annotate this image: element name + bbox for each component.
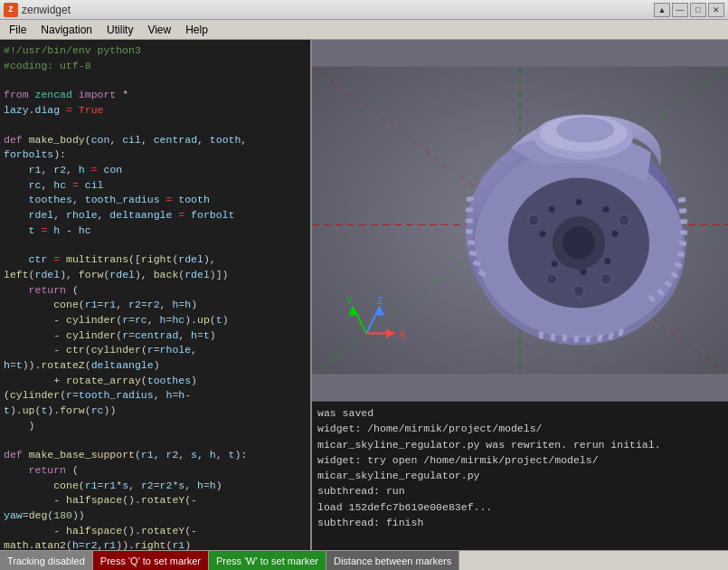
- menu-utility[interactable]: Utility: [99, 22, 140, 38]
- svg-rect-35: [585, 335, 591, 343]
- code-line: rdel, rhole, deltaangle = forbolt: [4, 208, 308, 223]
- 3d-viewport[interactable]: Y Z X: [312, 40, 728, 401]
- main-content: #!/usr/bin/env python3 #coding: utf-8 fr…: [0, 40, 728, 550]
- menu-navigation[interactable]: Navigation: [33, 22, 99, 38]
- code-line: [4, 119, 308, 133]
- menu-bar: File Navigation Utility View Help: [0, 20, 728, 40]
- svg-rect-26: [466, 229, 473, 234]
- code-line: #coding: utf-8: [4, 59, 308, 74]
- svg-point-41: [546, 274, 557, 285]
- svg-point-49: [602, 206, 610, 214]
- title-bar: Z zenwidget ▲ — □ ✕: [0, 0, 728, 20]
- code-line: - halfspace().rotateY(-: [4, 524, 308, 539]
- code-line: forbolts):: [4, 147, 308, 163]
- svg-rect-16: [679, 241, 687, 246]
- code-panel: #!/usr/bin/env python3 #coding: utf-8 fr…: [0, 40, 312, 550]
- svg-text:Y: Y: [346, 295, 354, 306]
- code-line: [4, 73, 308, 88]
- code-line: return (: [4, 463, 308, 479]
- svg-rect-36: [597, 334, 602, 342]
- svg-rect-24: [466, 207, 473, 213]
- svg-rect-15: [680, 230, 687, 235]
- maximize-button[interactable]: □: [690, 3, 706, 17]
- console-line: subthread: finish: [317, 515, 723, 530]
- svg-point-47: [548, 206, 555, 214]
- svg-rect-34: [574, 335, 580, 342]
- console-line: widget: /home/mirmik/project/models/: [317, 421, 723, 436]
- svg-rect-31: [539, 332, 544, 339]
- title-left: Z zenwidget: [4, 3, 71, 17]
- code-line: cone(r1=r1, r2=r2, h=h): [4, 298, 308, 313]
- menu-help[interactable]: Help: [178, 22, 215, 38]
- svg-rect-27: [468, 240, 476, 245]
- console-line: load 152defc7b619e00e83ef...: [317, 499, 723, 515]
- status-bar: Tracking disabled Press 'Q' to set marke…: [0, 550, 728, 570]
- svg-rect-23: [467, 196, 475, 202]
- svg-point-52: [580, 269, 587, 276]
- console-line: micar_skyline_regulator.py: [317, 468, 723, 483]
- code-line: t = h - hc: [4, 223, 308, 239]
- code-line: - ctr(cylinder(r=rhole,: [4, 343, 308, 358]
- code-line: toothes, tooth_radius = tooth: [4, 193, 308, 208]
- status-marker-w[interactable]: Press 'W' to set marker: [209, 551, 326, 570]
- svg-rect-12: [678, 197, 686, 203]
- status-tracking: Tracking disabled: [0, 551, 93, 570]
- svg-point-53: [551, 261, 558, 268]
- svg-text:X: X: [399, 328, 406, 339]
- code-line: h=t)).rotateZ(deltaangle): [4, 358, 308, 374]
- svg-point-40: [619, 215, 629, 226]
- title-up-button[interactable]: ▲: [654, 3, 670, 17]
- menu-file[interactable]: File: [2, 22, 33, 38]
- code-line: - cylinder(r=centrad, h=t): [4, 328, 308, 344]
- svg-rect-13: [679, 208, 686, 214]
- code-line: t).up(t).forw(rc)): [4, 404, 308, 419]
- title-buttons: ▲ — □ ✕: [654, 3, 724, 17]
- title-text: zenwidget: [22, 4, 71, 16]
- svg-point-46: [539, 231, 546, 238]
- svg-rect-25: [466, 219, 473, 223]
- svg-point-42: [600, 274, 611, 285]
- svg-point-11: [556, 118, 614, 143]
- app-icon: Z: [4, 3, 18, 17]
- svg-rect-33: [563, 334, 568, 341]
- code-line: - cylinder(r=rc, h=hc).up(t): [4, 313, 308, 328]
- code-line: def make_base_support(r1, r2, s, h, t):: [4, 448, 308, 463]
- code-line: math.atan2(h=r2,r1)).right(r1): [4, 538, 308, 550]
- console-line: was saved: [317, 405, 723, 421]
- code-line: [4, 433, 308, 448]
- svg-point-45: [563, 227, 595, 260]
- code-line: + rotate_array(toothes): [4, 374, 308, 389]
- svg-point-50: [611, 231, 619, 238]
- console-panel[interactable]: was saved widget: /home/mirmik/project/m…: [312, 401, 728, 550]
- code-scroll[interactable]: #!/usr/bin/env python3 #coding: utf-8 fr…: [0, 40, 310, 550]
- code-line: r1, r2, h = con: [4, 163, 308, 178]
- code-line: - halfspace().rotateY(-: [4, 493, 308, 508]
- code-line: ctr = multitrans([right(rdel),: [4, 252, 308, 268]
- status-marker-q[interactable]: Press 'Q' to set marker: [93, 551, 209, 570]
- svg-rect-14: [680, 220, 687, 224]
- code-line: yaw=deg(180)): [4, 508, 308, 524]
- code-line: lazy.diag = True: [4, 103, 308, 119]
- console-line: micar_skyline_regulator.py was rewriten.…: [317, 437, 723, 452]
- console-line: widget: try open /home/mirmik/project/mo…: [317, 452, 723, 468]
- svg-rect-32: [551, 333, 555, 340]
- code-line: ): [4, 419, 308, 434]
- svg-point-39: [528, 215, 539, 226]
- 3d-scene: Y Z X: [312, 40, 728, 401]
- code-line: def make_body(con, cil, centrad, tooth,: [4, 133, 308, 148]
- code-line: #!/usr/bin/env python3: [4, 43, 308, 59]
- code-line: from zencad import *: [4, 88, 308, 103]
- code-line: left(rdel), forw(rdel), back(rdel)]): [4, 268, 308, 283]
- code-line: [4, 238, 308, 252]
- minimize-button[interactable]: —: [672, 3, 688, 17]
- svg-text:Z: Z: [377, 295, 383, 306]
- svg-point-48: [575, 199, 582, 206]
- status-distance: Distance between markers: [326, 551, 459, 570]
- menu-view[interactable]: View: [140, 22, 178, 38]
- console-line: subthread: run: [317, 483, 723, 499]
- code-line: return (: [4, 283, 308, 299]
- code-line: cone(r1=r1*s, r2=r2*s, h=h): [4, 479, 308, 494]
- close-button[interactable]: ✕: [708, 3, 724, 17]
- svg-point-51: [604, 258, 611, 265]
- code-line: (cylinder(r=tooth_radius, h=h-: [4, 388, 308, 404]
